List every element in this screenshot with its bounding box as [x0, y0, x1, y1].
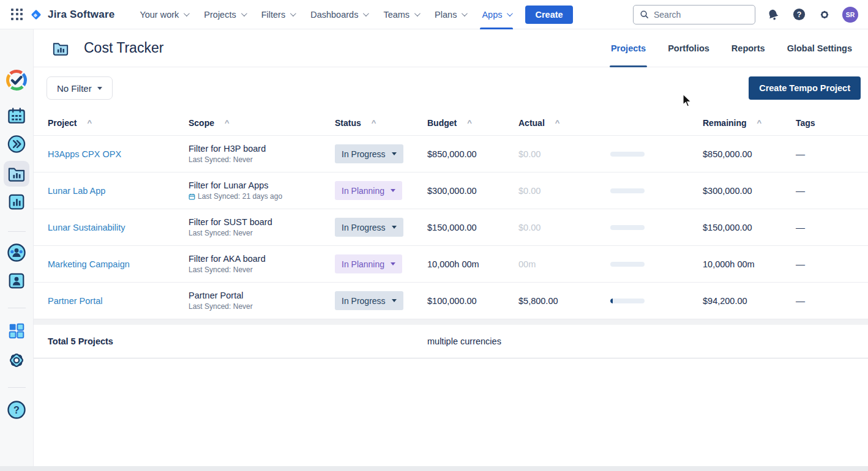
cost-tracker-folder-chart-icon[interactable] — [4, 161, 29, 187]
remaining-value: $850,000.00 — [703, 149, 752, 159]
help-circle-icon[interactable]: ? — [7, 400, 26, 420]
status-label: In Progress — [342, 149, 386, 159]
status-pill[interactable]: In Progress — [335, 144, 403, 163]
jira-logo[interactable]: Jira Software — [29, 8, 114, 21]
nav-label: Your work — [140, 10, 179, 20]
notifications-bell-icon[interactable] — [765, 7, 781, 23]
tab-label: Reports — [731, 43, 765, 53]
help-icon[interactable]: ? — [791, 7, 807, 23]
remaining-value: $94,200.00 — [703, 296, 747, 306]
project-link[interactable]: H3Apps CPX OPX — [48, 149, 121, 159]
status-pill[interactable]: In Planning — [335, 181, 402, 200]
total-projects-label: Total 5 Projects — [48, 336, 113, 346]
sort-caret-icon[interactable]: ^ — [372, 120, 376, 126]
scope-text: Filter for SUST board — [189, 217, 335, 227]
tags-value: — — [796, 185, 805, 196]
sort-caret-icon[interactable]: ^ — [555, 120, 560, 126]
sort-caret-icon[interactable]: ^ — [467, 120, 472, 126]
create-button[interactable]: Create — [525, 6, 572, 24]
status-label: In Planning — [342, 259, 384, 269]
bar-chart-icon[interactable] — [7, 193, 26, 211]
nav-label: Projects — [204, 10, 236, 20]
sidebar-divider — [8, 231, 26, 232]
project-link[interactable]: Partner Portal — [48, 296, 102, 306]
nav-projects[interactable]: Projects — [196, 0, 253, 29]
settings-gear-icon[interactable] — [817, 7, 832, 23]
status-pill[interactable]: In Progress — [335, 291, 403, 310]
search-input[interactable] — [654, 10, 746, 20]
nav-filters[interactable]: Filters — [253, 0, 302, 29]
top-navigation: Jira Software Your work Projects Filters… — [0, 0, 868, 29]
nav-label: Teams — [383, 10, 410, 20]
nav-plans[interactable]: Plans — [427, 0, 474, 29]
tempo-logo-icon[interactable] — [6, 69, 28, 91]
budget-value: 10,000h 00m — [427, 259, 479, 269]
dropdown-triangle-icon — [391, 189, 395, 192]
nav-label: Apps — [482, 10, 502, 20]
table-scroll-strip[interactable] — [34, 319, 868, 325]
person-badge-icon[interactable] — [7, 272, 26, 290]
actual-value: $5,800.00 — [518, 296, 558, 306]
progress-bar — [610, 299, 645, 303]
table-row: H3Apps CPX OPX Filter for H3P board Last… — [34, 136, 868, 172]
project-link[interactable]: Lunar Sustainability — [48, 223, 125, 232]
filter-label: No Filter — [57, 83, 92, 94]
tab-label: Projects — [611, 43, 646, 53]
jira-diamond-icon — [29, 8, 43, 21]
cost-tracker-app-icon — [52, 41, 69, 56]
table-footer: Total 5 Projects multiple currencies — [34, 325, 868, 358]
column-header-actual[interactable]: Actual — [518, 118, 545, 128]
progress-bar — [610, 262, 645, 267]
double-chevron-icon[interactable] — [7, 135, 26, 154]
tags-value: — — [796, 295, 805, 306]
apps-grid-icon[interactable] — [7, 322, 26, 340]
last-synced-text: Last Synced: Never — [189, 229, 253, 237]
nav-your-work[interactable]: Your work — [132, 0, 196, 29]
sort-caret-icon[interactable]: ^ — [757, 120, 762, 126]
create-tempo-project-button[interactable]: Create Tempo Project — [749, 76, 861, 100]
nav-label: Filters — [261, 10, 285, 20]
nav-label: Plans — [435, 10, 457, 20]
status-label: In Planning — [342, 186, 384, 196]
tab-portfolios[interactable]: Portfolios — [668, 29, 709, 67]
tab-projects[interactable]: Projects — [611, 29, 646, 67]
search-icon — [640, 10, 649, 19]
filter-dropdown[interactable]: No Filter — [47, 76, 113, 100]
tabs: Projects Portfolios Reports Global Setti… — [611, 29, 852, 67]
column-header-budget[interactable]: Budget — [427, 118, 457, 128]
nav-dashboards[interactable]: Dashboards — [302, 0, 375, 29]
people-globe-icon[interactable] — [7, 243, 26, 262]
chevron-down-icon — [414, 10, 421, 17]
page-title: Cost Tracker — [84, 40, 163, 56]
calendar-icon[interactable] — [7, 106, 26, 125]
nav-apps[interactable]: Apps — [474, 0, 519, 29]
column-header-project[interactable]: Project — [48, 118, 77, 128]
column-header-status[interactable]: Status — [335, 118, 361, 128]
dropdown-triangle-icon — [392, 226, 397, 229]
search-box[interactable] — [633, 5, 755, 24]
project-link[interactable]: Lunar Lab App — [48, 186, 105, 196]
user-avatar[interactable]: SR — [842, 7, 858, 23]
sort-caret-icon[interactable]: ^ — [87, 120, 92, 126]
nav-teams[interactable]: Teams — [375, 0, 427, 29]
budget-value: $100,000.00 — [427, 296, 477, 306]
horizontal-scrollbar[interactable] — [0, 466, 868, 471]
project-link[interactable]: Marketing Campaign — [48, 259, 130, 269]
column-header-remaining[interactable]: Remaining — [703, 118, 747, 128]
actual-value: $0.00 — [518, 149, 541, 159]
last-synced-text: Last Synced: Never — [189, 302, 253, 311]
remaining-value: 10,000h 00m — [703, 259, 755, 269]
budget-summary: multiple currencies — [427, 336, 501, 346]
status-label: In Progress — [342, 296, 386, 306]
status-pill[interactable]: In Progress — [335, 218, 403, 237]
tab-reports[interactable]: Reports — [731, 29, 765, 67]
dropdown-triangle-icon — [391, 262, 395, 265]
sort-caret-icon[interactable]: ^ — [225, 120, 230, 126]
sync-calendar-icon — [189, 193, 195, 200]
column-header-scope[interactable]: Scope — [189, 118, 214, 128]
app-switcher-icon[interactable] — [11, 9, 23, 21]
tab-global-settings[interactable]: Global Settings — [787, 29, 852, 67]
status-pill[interactable]: In Planning — [335, 254, 402, 273]
remaining-value: $150,000.00 — [703, 223, 752, 232]
gear-icon[interactable] — [7, 350, 26, 370]
